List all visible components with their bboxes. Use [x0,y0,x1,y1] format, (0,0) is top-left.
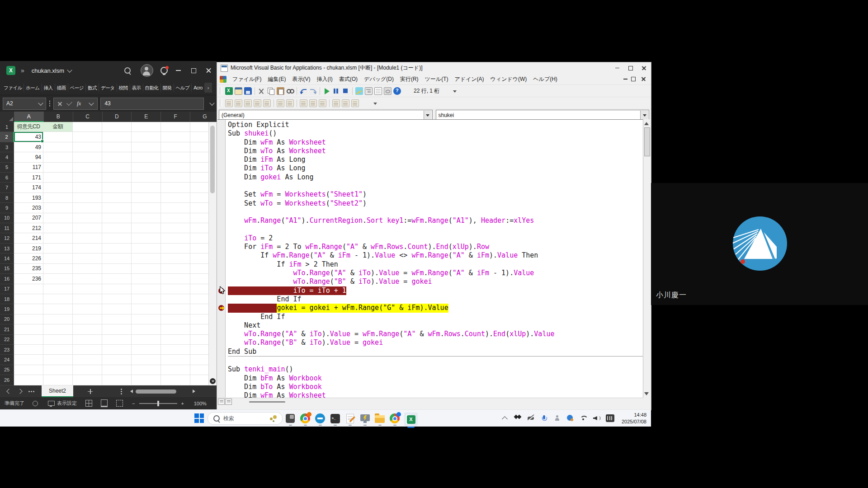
tray-expand-icon[interactable] [501,414,509,422]
cell-D4[interactable] [102,152,132,162]
help-icon[interactable] [393,87,401,95]
code-line-22[interactable]: gokei = gokei + wFm.Range("G" & iFm).Val… [228,304,643,312]
code-line-6[interactable]: Dim iTo As Long [228,164,643,173]
row-header-15[interactable]: 15 [0,264,14,274]
sheet-grid[interactable]: 1得意先CD金額24334949451176171717481939203102… [0,122,217,385]
row-header-17[interactable]: 17 [0,284,14,294]
search-icon[interactable] [124,67,131,74]
hscroll-left-icon[interactable] [128,389,133,393]
cell-D20[interactable] [102,314,132,324]
taskbar-app-terminal[interactable] [330,413,340,424]
cell-F16[interactable] [161,274,190,284]
code-line-3[interactable]: Dim wFm As Worksheet [228,138,643,147]
outdent-icon[interactable] [286,99,294,107]
cell-C13[interactable] [73,244,102,253]
cell-E23[interactable] [132,345,161,355]
cell-A7[interactable]: 174 [14,183,43,192]
cell-F21[interactable] [161,324,190,334]
cell-B10[interactable] [43,213,73,223]
cell-B26[interactable] [43,375,73,385]
row-header-3[interactable]: 3 [0,142,14,152]
sheet-tab-sheet2[interactable]: Sheet2 [42,385,73,397]
clear-bookmarks-icon[interactable] [351,99,359,107]
cell-B13[interactable] [43,244,73,253]
scrollbar-thumb[interactable] [644,127,650,156]
cell-D11[interactable] [102,223,132,233]
vbe-menu-実行(R)[interactable]: 実行(R) [397,75,422,84]
cell-A22[interactable] [14,335,43,345]
row-header-9[interactable]: 9 [0,203,14,213]
toolbar-options-icon[interactable] [453,90,457,94]
row-header-5[interactable]: 5 [0,163,14,173]
cell-E21[interactable] [132,324,161,334]
cell-B19[interactable] [43,304,73,314]
cell-B7[interactable] [43,183,73,192]
cell-B15[interactable] [43,264,73,274]
row-header-22[interactable]: 22 [0,335,14,345]
cell-F8[interactable] [161,193,190,203]
cell-B18[interactable] [43,294,73,304]
formula-bar-expand-icon[interactable] [209,100,214,105]
code-line-31[interactable]: Dim bTo As Workbook [228,383,643,391]
cell-F12[interactable] [161,233,190,243]
cell-C26[interactable] [73,375,102,385]
cell-C8[interactable] [73,193,102,203]
ribbon-tab-自動化[interactable]: 自動化 [143,84,161,92]
cell-E18[interactable] [132,294,161,304]
cell-A5[interactable]: 117 [14,163,43,173]
cell-E3[interactable] [132,142,161,152]
run-sub-icon[interactable] [323,87,330,95]
vbe-menu-ツール(T)[interactable]: ツール(T) [422,75,452,84]
row-header-26[interactable]: 26 [0,375,14,385]
maximize-button[interactable] [186,61,201,80]
breakpoint-margin[interactable] [217,120,226,398]
code-line-8[interactable] [228,182,643,190]
cell-D18[interactable] [102,294,132,304]
cell-F22[interactable] [161,335,190,345]
cell-B17[interactable] [43,284,73,294]
cell-D23[interactable] [102,345,132,355]
taskbar-app-remote-desktop[interactable] [359,413,370,424]
cell-D19[interactable] [102,304,132,314]
row-header-21[interactable]: 21 [0,324,14,334]
find-icon[interactable] [286,87,294,95]
taskbar-app-explorer[interactable] [374,413,385,424]
list-constants-icon[interactable] [254,99,261,107]
cell-D1[interactable] [102,122,132,132]
cell-D6[interactable] [102,173,132,183]
cell-D24[interactable] [102,355,132,365]
wifi-icon[interactable] [580,414,587,422]
code-horizontal-scrollbar[interactable] [217,398,643,405]
cell-C25[interactable] [73,365,102,375]
uncomment-block-icon[interactable] [319,99,326,107]
cell-F10[interactable] [161,213,190,223]
page-break-view-icon[interactable] [116,400,123,407]
cell-B11[interactable] [43,223,73,233]
cell-E9[interactable] [132,203,161,213]
cell-A16[interactable]: 236 [14,274,43,284]
cell-C20[interactable] [73,314,102,324]
code-line-19[interactable]: wTo.Range("B" & iTo).Value = gokei [228,277,643,286]
toggle-breakpoint-icon[interactable] [300,99,307,107]
taskbar-app-chrome-k[interactable] [300,413,311,424]
code-line-14[interactable]: iTo = 2 [228,234,643,243]
vbe-menu-編集(E)[interactable]: 編集(E) [264,75,289,84]
cell-B21[interactable] [43,324,73,334]
cell-C23[interactable] [73,345,102,355]
cell-D13[interactable] [102,244,132,253]
scroll-up-icon[interactable] [644,120,649,125]
ribbon-tab-ホーム[interactable]: ホーム [24,84,42,92]
cancel-icon[interactable] [58,102,62,106]
macro-record-icon[interactable] [33,401,38,406]
ribbon-tab-ページ[interactable]: ページ [68,84,86,92]
scroll-down-icon[interactable] [210,378,216,384]
vbe-menu-デバッグ(D)[interactable]: デバッグ(D) [361,75,397,84]
cell-A25[interactable] [14,365,43,375]
paste-icon[interactable] [277,87,284,95]
cell-A19[interactable] [14,304,43,314]
save-icon[interactable] [244,87,252,95]
cell-E24[interactable] [132,355,161,365]
row-header-8[interactable]: 8 [0,193,14,203]
function-chevron-icon[interactable] [89,100,94,105]
taskbar-search[interactable]: 検索 [208,412,283,425]
